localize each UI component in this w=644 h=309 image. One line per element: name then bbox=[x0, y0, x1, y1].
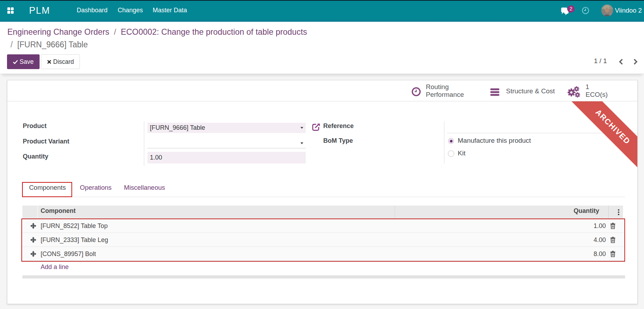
svg-text:ARCHIVED: ARCHIVED bbox=[594, 108, 632, 146]
